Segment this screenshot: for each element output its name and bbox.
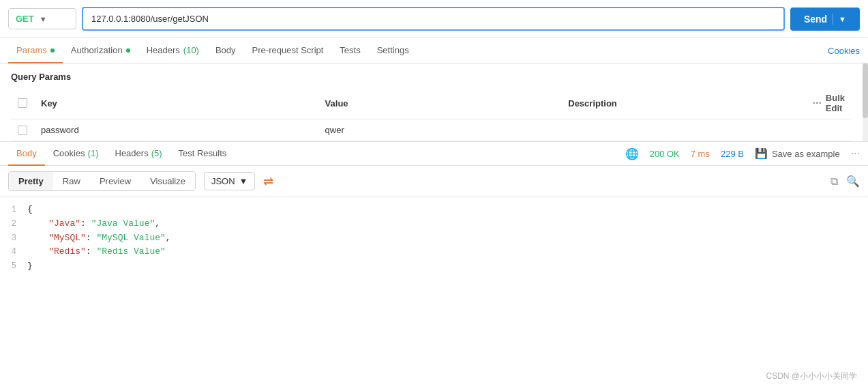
response-tab-nav: Body Cookies (1) Headers (5) Test Result… <box>0 142 868 166</box>
bulk-edit-link[interactable]: Bulk Edit <box>826 93 845 113</box>
tab-test-results-label: Test Results <box>179 148 227 158</box>
code-line-4: 4 "Redis": "Redis Value" <box>0 245 868 259</box>
save-example-label: Save as example <box>772 149 840 159</box>
tab-params[interactable]: Params <box>8 38 63 63</box>
params-dot-icon <box>50 48 55 53</box>
response-status-area: 🌐 200 OK 7 ms 229 B 💾 Save as example ··… <box>625 147 860 160</box>
line-num-1: 1 <box>0 203 27 216</box>
table-row: password qwer <box>11 119 852 141</box>
code-content-1: { <box>27 203 868 217</box>
wrap-icon[interactable]: ⇌ <box>263 174 273 189</box>
json-format-label: JSON <box>211 176 235 186</box>
tab-pre-request-label: Pre-request Script <box>252 45 324 55</box>
url-bar: GET ▼ Send ▼ <box>0 0 868 38</box>
headers-badge: (10) <box>183 45 199 55</box>
send-label: Send <box>804 14 827 25</box>
code-line-1: 1 { <box>0 203 868 217</box>
headers-response-badge: (5) <box>151 148 162 158</box>
authorization-dot-icon <box>126 48 130 53</box>
line-num-5: 5 <box>0 260 27 273</box>
format-tab-pretty[interactable]: Pretty <box>9 172 53 190</box>
code-content-5: } <box>27 259 868 274</box>
method-chevron-icon: ▼ <box>40 15 47 23</box>
query-params-section: Query Params Key Value Description <box>0 63 863 141</box>
three-dots-icon[interactable]: ··· <box>812 97 821 109</box>
send-button[interactable]: Send ▼ <box>790 8 860 31</box>
cookies-link[interactable]: Cookies <box>828 39 860 63</box>
tab-headers[interactable]: Headers (10) <box>138 38 207 63</box>
scrollbar-track[interactable] <box>863 63 868 141</box>
json-format-selector[interactable]: JSON ▼ <box>204 172 256 190</box>
tab-body-response-label: Body <box>16 148 37 158</box>
tab-pre-request[interactable]: Pre-request Script <box>244 38 332 63</box>
tab-params-label: Params <box>16 45 47 55</box>
cookies-badge: (1) <box>88 148 99 158</box>
select-all-checkbox[interactable] <box>18 98 27 108</box>
code-line-5: 5 } <box>0 259 868 274</box>
tab-cookies-response[interactable]: Cookies (1) <box>45 142 107 166</box>
tab-cookies-response-label: Cookies <box>53 148 85 158</box>
response-size: 229 B <box>721 149 744 159</box>
line-num-4: 4 <box>0 246 27 259</box>
send-chevron-icon: ▼ <box>839 15 846 23</box>
send-divider <box>833 14 833 25</box>
key-cell: password <box>34 119 318 141</box>
response-time: 7 ms <box>691 149 710 159</box>
code-content-4: "Redis": "Redis Value" <box>27 245 868 259</box>
tab-body-response[interactable]: Body <box>8 142 45 166</box>
query-params-title: Query Params <box>11 72 852 82</box>
code-line-3: 3 "MySQL": "MySQL Value", <box>0 231 868 246</box>
url-input[interactable] <box>82 7 785 31</box>
code-area: 1 { 2 "Java": "Java Value", 3 "MySQL": "… <box>0 197 868 279</box>
tab-body-label: Body <box>215 45 236 55</box>
tab-tests[interactable]: Tests <box>331 38 368 63</box>
format-tab-preview[interactable]: Preview <box>90 172 140 190</box>
value-cell: qwer <box>318 119 562 141</box>
format-tab-visualize[interactable]: Visualize <box>140 172 195 190</box>
tab-headers-response-label: Headers <box>115 148 149 158</box>
method-label: GET <box>16 14 34 24</box>
method-selector[interactable]: GET ▼ <box>8 8 76 29</box>
format-tab-raw[interactable]: Raw <box>53 172 90 190</box>
tab-tests-label: Tests <box>340 45 360 55</box>
tab-settings[interactable]: Settings <box>369 38 417 63</box>
tab-settings-label: Settings <box>377 45 409 55</box>
more-options-icon[interactable]: ··· <box>851 147 860 160</box>
tab-authorization[interactable]: Authorization <box>63 38 138 63</box>
save-icon: 💾 <box>755 147 768 160</box>
tab-test-results[interactable]: Test Results <box>170 142 235 166</box>
tab-authorization-label: Authorization <box>71 45 123 55</box>
code-content-2: "Java": "Java Value", <box>27 217 868 231</box>
status-code: 200 OK <box>650 149 680 159</box>
format-tabs: Pretty Raw Preview Visualize <box>8 171 196 191</box>
line-num-3: 3 <box>0 232 27 245</box>
format-right-icons: ⧉ 🔍 <box>830 175 860 188</box>
format-bar: Pretty Raw Preview Visualize JSON ▼ ⇌ ⧉ … <box>0 166 868 197</box>
code-line-2: 2 "Java": "Java Value", <box>0 217 868 231</box>
globe-icon[interactable]: 🌐 <box>625 147 639 160</box>
tab-headers-label: Headers <box>147 45 180 55</box>
code-content-3: "MySQL": "MySQL Value", <box>27 231 868 246</box>
row-checkbox[interactable] <box>18 126 27 135</box>
request-tab-nav: Params Authorization Headers (10) Body P… <box>0 38 868 63</box>
desc-cell <box>561 119 805 141</box>
params-table: Key Value Description ··· Bulk Edit <box>11 87 852 141</box>
save-example-button[interactable]: 💾 Save as example <box>755 147 840 160</box>
watermark: CSDN @小小小小关同学 <box>766 371 857 382</box>
line-num-2: 2 <box>0 218 27 231</box>
description-column-header: Description <box>561 87 805 119</box>
search-icon[interactable]: 🔍 <box>846 175 860 188</box>
key-column-header: Key <box>34 87 318 119</box>
copy-icon[interactable]: ⧉ <box>830 175 838 188</box>
scrollbar-thumb[interactable] <box>863 63 868 118</box>
tab-headers-response[interactable]: Headers (5) <box>107 142 170 166</box>
json-chevron-icon: ▼ <box>239 176 248 186</box>
value-column-header: Value <box>318 87 562 119</box>
response-section: Body Cookies (1) Headers (5) Test Result… <box>0 142 868 279</box>
tab-body[interactable]: Body <box>207 38 244 63</box>
